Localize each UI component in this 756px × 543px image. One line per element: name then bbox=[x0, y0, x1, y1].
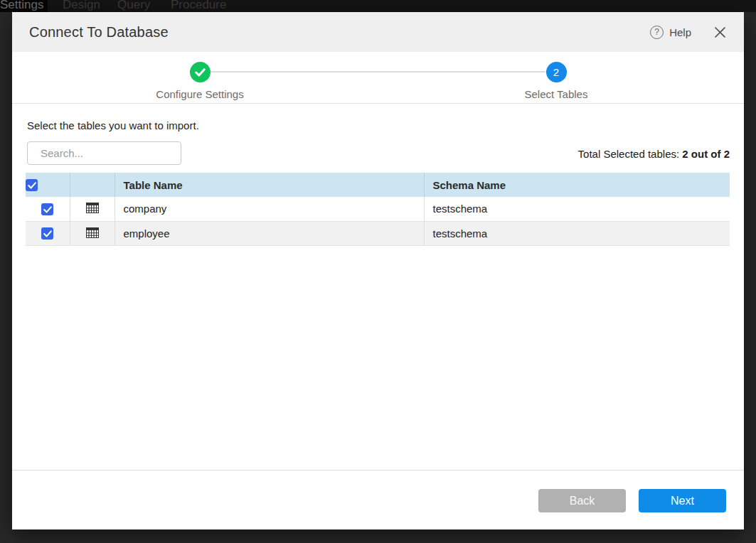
select-all-checkbox[interactable] bbox=[26, 179, 38, 191]
selected-tables-summary: Total Selected tables: 2 out of 2 bbox=[578, 148, 730, 160]
nav-tab-query[interactable]: Query bbox=[117, 0, 150, 12]
background-nav: Settings Design Query Procedure bbox=[0, 0, 756, 12]
column-header-table-name[interactable]: Table Name bbox=[115, 179, 183, 191]
step-label: Select Tables bbox=[485, 88, 627, 100]
close-icon[interactable] bbox=[713, 25, 727, 39]
table-header-row: Table Name Schema Name bbox=[26, 173, 730, 197]
nav-tab-design[interactable]: Design bbox=[63, 0, 100, 12]
next-button[interactable]: Next bbox=[639, 489, 726, 512]
table-grid-icon bbox=[86, 227, 99, 240]
row-checkbox[interactable] bbox=[41, 203, 53, 215]
search-input[interactable] bbox=[41, 147, 182, 159]
tables-list: Table Name Schema Name bbox=[26, 173, 730, 246]
back-button[interactable]: Back bbox=[538, 489, 626, 512]
connect-to-database-dialog: Connect To Database ? Help Configure Set… bbox=[12, 12, 744, 529]
schema-name-cell: testschema bbox=[425, 203, 488, 215]
wizard-stepper: Configure Settings 2 Select Tables bbox=[12, 52, 744, 104]
table-name-cell: company bbox=[115, 203, 167, 215]
summary-label: Total Selected tables: bbox=[578, 148, 680, 160]
step-configure-settings[interactable]: Configure Settings bbox=[129, 62, 271, 100]
nav-tab-settings[interactable]: Settings bbox=[0, 0, 43, 12]
column-header-schema-name[interactable]: Schema Name bbox=[425, 179, 506, 191]
dialog-title: Connect To Database bbox=[29, 24, 169, 41]
table-name-cell: employee bbox=[115, 227, 170, 240]
help-button[interactable]: ? Help bbox=[650, 26, 691, 39]
dialog-header: Connect To Database ? Help bbox=[12, 12, 744, 52]
table-row[interactable]: company testschema bbox=[26, 197, 730, 221]
step-label: Configure Settings bbox=[129, 88, 271, 100]
footer-divider bbox=[12, 470, 744, 471]
step-number-badge: 2 bbox=[546, 62, 567, 82]
row-checkbox[interactable] bbox=[41, 227, 53, 240]
table-row[interactable]: employee testschema bbox=[26, 221, 730, 245]
tab-divider bbox=[47, 0, 48, 12]
table-search-box bbox=[27, 141, 181, 165]
summary-value: 2 out of 2 bbox=[682, 148, 730, 160]
instruction-text: Select the tables you want to import. bbox=[27, 119, 199, 131]
help-icon: ? bbox=[650, 26, 664, 39]
table-grid-icon bbox=[86, 203, 99, 215]
help-label: Help bbox=[669, 26, 691, 38]
step-select-tables[interactable]: 2 Select Tables bbox=[485, 62, 627, 100]
schema-name-cell: testschema bbox=[425, 227, 488, 240]
nav-tab-procedure[interactable]: Procedure bbox=[171, 0, 226, 12]
step-complete-check-icon bbox=[190, 62, 211, 82]
